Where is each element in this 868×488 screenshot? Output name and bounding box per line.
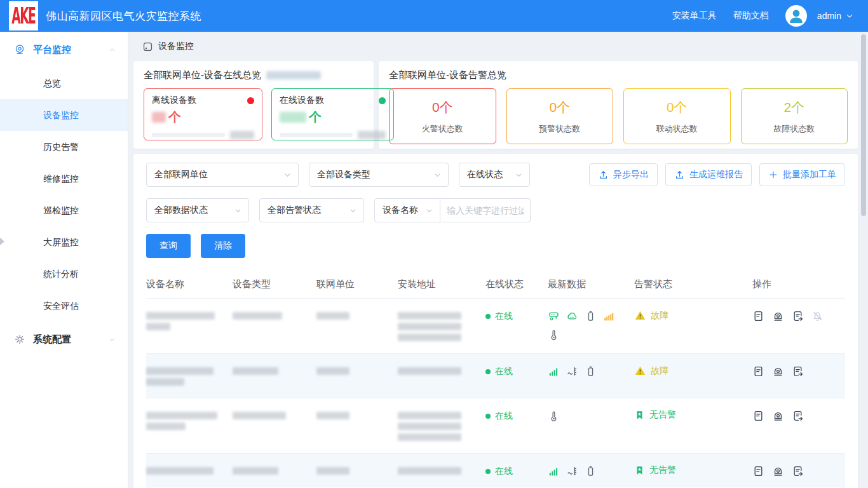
redacted-online-count bbox=[280, 112, 306, 123]
tab-label[interactable]: 设备监控 bbox=[158, 41, 194, 52]
camera-icon[interactable] bbox=[772, 365, 784, 377]
bell-off-icon[interactable] bbox=[811, 310, 824, 322]
online-status-dot bbox=[485, 314, 491, 319]
sidebar-collapse-handle[interactable] bbox=[0, 238, 4, 245]
action-button-异步导出[interactable]: 异步导出 bbox=[589, 163, 658, 186]
avatar[interactable] bbox=[785, 5, 807, 27]
sidebar-item-历史告警[interactable]: 历史告警 bbox=[0, 131, 128, 163]
sidebar-item-维修监控[interactable]: 维修监控 bbox=[0, 163, 128, 194]
table-row[interactable]: 在线无告警 bbox=[146, 398, 845, 454]
doc-icon[interactable] bbox=[752, 365, 764, 377]
doc-arrow-icon[interactable] bbox=[792, 465, 804, 477]
doc-arrow-icon[interactable] bbox=[792, 410, 804, 422]
warning-icon bbox=[634, 365, 646, 377]
sidebar-item-巡检监控[interactable]: 巡检监控 bbox=[0, 194, 128, 226]
online-dot bbox=[379, 97, 386, 104]
doc-icon[interactable] bbox=[752, 465, 764, 477]
offline-device-stat: 离线设备数 个 bbox=[144, 88, 262, 140]
cell-install-address bbox=[398, 364, 485, 378]
redacted-offline-count bbox=[152, 112, 166, 123]
chevron-down-icon bbox=[433, 171, 442, 179]
sidebar-group-platform-monitor[interactable]: 平台监控 bbox=[0, 32, 128, 67]
cell-network-unit bbox=[316, 364, 398, 378]
alarm-stat-预警状态数: 0个 预警状态数 bbox=[506, 88, 614, 144]
cell-operations bbox=[752, 409, 845, 422]
table-row[interactable]: 在线故障 bbox=[146, 299, 845, 354]
redacted-text bbox=[316, 312, 349, 320]
cell-online-status: 在线 bbox=[485, 364, 548, 377]
alarm-stat-故障状态数: 2个 故障状态数 bbox=[741, 88, 848, 144]
bookmark-icon bbox=[634, 465, 645, 476]
filter-actions: 异步导出生成运维报告批量添加工单 bbox=[589, 163, 845, 186]
camera-icon[interactable] bbox=[772, 465, 784, 477]
redacted-text bbox=[316, 412, 349, 419]
redacted-text bbox=[233, 312, 282, 320]
redacted-text bbox=[146, 467, 214, 475]
warning-icon bbox=[634, 309, 646, 322]
chevron-down-icon bbox=[425, 207, 433, 215]
signal-orange-icon bbox=[603, 310, 615, 322]
tab-icon bbox=[142, 41, 153, 52]
page-scrollbar[interactable] bbox=[861, 33, 866, 485]
table-row[interactable]: 在线故障 bbox=[146, 354, 845, 398]
user-name: admin bbox=[817, 11, 841, 21]
alarm-stat-value: 0个 bbox=[432, 98, 453, 116]
alarm-stat-label: 故障状态数 bbox=[773, 123, 815, 135]
select-filter1-2[interactable]: 在线状态 bbox=[459, 163, 530, 187]
redacted-text bbox=[398, 423, 461, 430]
select-filter2-0[interactable]: 全部告警状态 bbox=[259, 198, 364, 222]
keyword-field-select[interactable]: 设备名称 bbox=[374, 198, 440, 222]
redacted-online-percent bbox=[358, 131, 386, 139]
sidebar-item-大屏监控[interactable]: 大屏监控 bbox=[0, 226, 128, 258]
redacted-text bbox=[316, 467, 349, 475]
table-col-设备名称: 设备名称 bbox=[146, 272, 233, 298]
doc-icon[interactable] bbox=[752, 410, 764, 422]
thermometer-icon bbox=[548, 329, 560, 341]
camera-icon[interactable] bbox=[772, 410, 784, 422]
sidebar-item-安全评估[interactable]: 安全评估 bbox=[0, 290, 128, 322]
chevron-down-icon bbox=[845, 11, 854, 20]
clear-button[interactable]: 清除 bbox=[201, 234, 245, 258]
doc-arrow-icon[interactable] bbox=[792, 310, 804, 322]
doc-arrow-icon[interactable] bbox=[792, 365, 804, 377]
redacted-text bbox=[233, 367, 278, 375]
redacted-text bbox=[146, 378, 184, 386]
alarm-stat-value: 2个 bbox=[783, 98, 804, 116]
doc-icon[interactable] bbox=[752, 310, 764, 322]
header-link-help-docs[interactable]: 帮助文档 bbox=[733, 10, 769, 22]
select-filter1-1[interactable]: 全部设备类型 bbox=[309, 163, 449, 187]
cell-network-unit bbox=[316, 464, 398, 478]
user-menu[interactable]: admin bbox=[817, 11, 854, 21]
table-row[interactable]: 在线无告警 bbox=[146, 454, 845, 487]
redacted-offline-percent bbox=[230, 131, 254, 139]
action-button-批量添加工单[interactable]: 批量添加工单 bbox=[759, 163, 845, 186]
alarm-stat-label: 火警状态数 bbox=[422, 123, 463, 135]
sidebar-group-system-config[interactable]: 系统配置 bbox=[0, 322, 128, 357]
sidebar-item-总览[interactable]: 总览 bbox=[0, 67, 128, 99]
bookmark-icon bbox=[634, 410, 645, 421]
scrollbar-thumb[interactable] bbox=[861, 34, 866, 216]
sidebar-item-设备监控[interactable]: 设备监控 bbox=[0, 99, 128, 131]
query-button[interactable]: 查询 bbox=[146, 234, 191, 258]
keyword-input[interactable] bbox=[440, 198, 531, 222]
select-filter1-0[interactable]: 全部联网单位 bbox=[146, 163, 299, 187]
redacted-text bbox=[398, 433, 461, 441]
cell-alarm-status: 故障 bbox=[634, 364, 752, 377]
online-overview-title: 全部联网单位-设备在线总览 bbox=[144, 69, 363, 81]
select-filter2-1[interactable]: 全部数据状态 bbox=[146, 198, 249, 222]
header-link-install-tool[interactable]: 安装单工具 bbox=[672, 10, 717, 22]
cell-network-unit bbox=[316, 409, 398, 423]
cell-latest-data bbox=[548, 409, 634, 422]
action-button-生成运维报告[interactable]: 生成运维报告 bbox=[665, 163, 752, 186]
camera-icon[interactable] bbox=[772, 310, 784, 322]
offline-dot bbox=[247, 97, 254, 104]
device-online-overview-card: 全部联网单位-设备在线总览 离线设备数 个 bbox=[133, 61, 374, 149]
cell-device-type bbox=[233, 464, 316, 478]
sidebar-item-统计分析[interactable]: 统计分析 bbox=[0, 258, 128, 290]
table-col-在线状态: 在线状态 bbox=[485, 272, 548, 298]
device-list-card: 全部联网单位 全部设备类型 在线状态 异步导出生成运维报告批量添加工单 全部数据… bbox=[133, 154, 858, 488]
battery-icon bbox=[585, 310, 597, 322]
gauge-icon bbox=[566, 365, 578, 377]
signal-green-icon bbox=[548, 465, 560, 477]
thermometer-icon bbox=[548, 410, 560, 422]
